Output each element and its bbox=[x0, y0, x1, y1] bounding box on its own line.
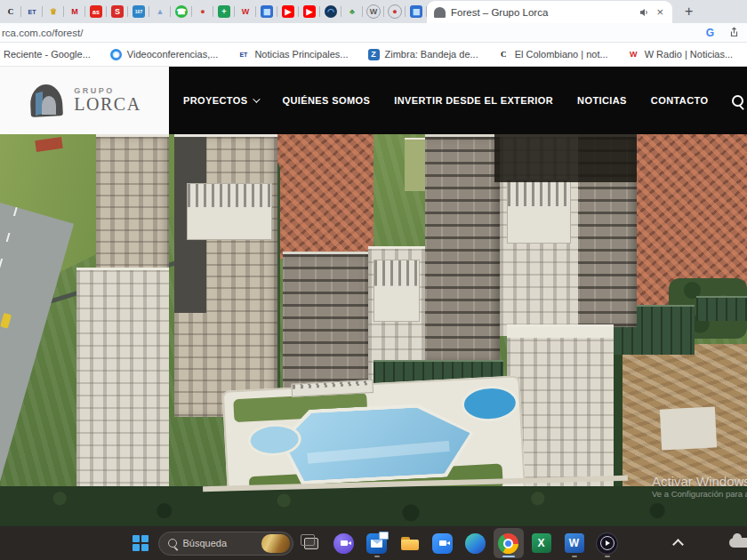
watermark-line2: Ve a Configuración para activar bbox=[652, 489, 747, 499]
pinned-tab-map-pin-site[interactable]: ● bbox=[192, 0, 213, 23]
pinned-tab-whatsapp[interactable]: ☎ bbox=[171, 0, 192, 23]
pinned-tab-el-tiempo[interactable]: ET bbox=[21, 0, 43, 23]
bookmark-label: Noticias Principales... bbox=[254, 49, 348, 60]
media-player-app[interactable] bbox=[592, 528, 622, 558]
edge-app[interactable] bbox=[461, 528, 491, 558]
nav-item-qui-nes-somos[interactable]: QUIÉNES SOMOS bbox=[282, 95, 370, 106]
white-shed bbox=[660, 406, 717, 450]
pinned-tab-diario-as[interactable]: as bbox=[85, 0, 107, 23]
cloud-icon[interactable] bbox=[729, 538, 747, 548]
bookmark-videoconferencias[interactable]: ◉Videoconferencias,... bbox=[110, 49, 219, 60]
search-highlight-image[interactable] bbox=[261, 534, 290, 553]
bookmark-reciente-google[interactable]: Reciente - Google... bbox=[4, 49, 91, 60]
address-bar[interactable]: rca.com.co/forest/ bbox=[2, 28, 83, 38]
bookmark-label: Zimbra: Bandeja de... bbox=[385, 49, 478, 60]
taskbar-search[interactable]: Búsqueda bbox=[158, 532, 293, 556]
nav-item-noticias[interactable]: NOTICIAS bbox=[577, 95, 627, 106]
pinned-tab-gold-crown-site[interactable]: ♛ bbox=[43, 0, 64, 23]
bookmarks-bar: Reciente - Google...◉Videoconferencias,.… bbox=[0, 43, 747, 67]
round-pool bbox=[461, 384, 519, 422]
el-colombiano-favicon: C bbox=[4, 5, 17, 18]
zoom-icon bbox=[432, 533, 453, 554]
bookmark-label: El Colombiano | not... bbox=[515, 49, 608, 60]
blue-mosaic-site-favicon: ▦ bbox=[261, 5, 273, 18]
pinned-tab-mountain-site[interactable]: ▲ bbox=[149, 0, 171, 23]
pinned-tab-navy-circle-site[interactable]: ◠ bbox=[320, 0, 341, 23]
pinned-tab-el-colombiano[interactable]: C bbox=[0, 0, 21, 23]
pinned-tab-youtube-1[interactable]: ▶ bbox=[277, 0, 299, 23]
tower-2 bbox=[283, 252, 370, 398]
pinned-tab-wordpress[interactable]: W bbox=[363, 0, 384, 23]
task-view-icon bbox=[304, 538, 318, 549]
chrome-app[interactable] bbox=[494, 528, 524, 558]
search-placeholder: Búsqueda bbox=[183, 538, 255, 548]
wordpress-favicon: W bbox=[366, 4, 381, 19]
green-plus-site-favicon: + bbox=[218, 5, 230, 18]
el-colombiano-bookmark-icon: C bbox=[498, 49, 510, 60]
toolbar-icons: G bbox=[706, 27, 740, 39]
nav-item-proyectos[interactable]: PROYECTOS bbox=[183, 95, 258, 106]
pinned-tab-dot-badge-site[interactable]: ● bbox=[384, 0, 406, 23]
word-app[interactable]: W bbox=[559, 528, 590, 558]
pinned-tab-w-radio[interactable]: W bbox=[235, 0, 256, 23]
file-explorer-app[interactable] bbox=[395, 528, 425, 558]
video-chat-icon bbox=[333, 533, 354, 554]
zoom-app[interactable] bbox=[428, 528, 458, 558]
bookmark-label: Reciente - Google... bbox=[4, 49, 91, 60]
nav-label: NOTICIAS bbox=[577, 95, 627, 106]
pinned-tab-red-s-site[interactable]: S bbox=[107, 0, 128, 23]
nav-label: QUIÉNES SOMOS bbox=[282, 95, 370, 106]
nav-item-contacto[interactable]: CONTACTO bbox=[651, 95, 709, 106]
pinned-tab-green-plus-site[interactable]: + bbox=[213, 0, 235, 23]
search-icon[interactable] bbox=[732, 95, 743, 107]
taskbar: Búsqueda X W bbox=[0, 526, 747, 560]
red-s-site-favicon: S bbox=[111, 5, 124, 18]
excel-app[interactable]: X bbox=[526, 528, 557, 558]
start-button[interactable] bbox=[125, 528, 156, 558]
active-tab[interactable]: Forest – Grupo Lorca × bbox=[427, 1, 672, 23]
google-icon[interactable]: G bbox=[706, 27, 714, 39]
pinned-tab-youtube-2[interactable]: ▶ bbox=[299, 0, 320, 23]
dot-badge-site-favicon: ● bbox=[388, 4, 402, 19]
tower-left-lower bbox=[76, 268, 169, 491]
green-plant-site-favicon: ♣ bbox=[346, 5, 358, 18]
nav-item-invertir-desde-el-exterior[interactable]: INVERTIR DESDE EL EXTERIOR bbox=[394, 95, 553, 106]
video-chat-app[interactable] bbox=[329, 528, 359, 558]
green-roof-far-right bbox=[696, 296, 747, 321]
bookmark-zimbra[interactable]: ZZimbra: Bandeja de... bbox=[368, 49, 478, 60]
tower-4-roofdeck bbox=[507, 180, 571, 244]
bookmark-el-colombiano[interactable]: CEl Colombiano | not... bbox=[498, 49, 608, 60]
pinned-tab-blue-mosaic-site-2[interactable]: ▦ bbox=[406, 0, 427, 23]
mail-app[interactable] bbox=[362, 528, 392, 558]
new-tab-button[interactable]: + bbox=[685, 4, 693, 20]
pinned-tab-blue-mosaic-site[interactable]: ▦ bbox=[256, 0, 277, 23]
folder-icon bbox=[401, 537, 419, 550]
header-icons: f bbox=[732, 94, 747, 108]
hero-image: Activar Windows Ve a Configuración para … bbox=[0, 134, 747, 527]
site-logo[interactable]: GRUPO LORCA bbox=[0, 67, 169, 134]
taxi bbox=[0, 313, 12, 329]
radio-107-favicon: 107 bbox=[133, 5, 145, 18]
w-radio-favicon: W bbox=[239, 5, 252, 18]
w-radio-bookmark-icon: W bbox=[628, 49, 639, 60]
bookmark-w-radio[interactable]: WW Radio | Noticias... bbox=[628, 49, 733, 60]
gold-crown-site-favicon: ♛ bbox=[47, 5, 60, 18]
blue-mosaic-site-2-favicon: ▦ bbox=[410, 5, 422, 18]
bookmark-el-tiempo-noticias[interactable]: ETNoticias Principales... bbox=[237, 49, 348, 60]
main-nav: PROYECTOSQUIÉNES SOMOSINVERTIR DESDE EL … bbox=[169, 67, 747, 134]
tower-left-upper bbox=[96, 134, 169, 276]
tab-audio-icon[interactable] bbox=[639, 7, 649, 18]
bookmark-label: Videoconferencias,... bbox=[127, 49, 219, 60]
media-player-icon bbox=[596, 532, 618, 555]
pinned-tab-green-plant-site[interactable]: ♣ bbox=[341, 0, 363, 23]
pinned-tab-radio-107[interactable]: 107 bbox=[128, 0, 149, 23]
task-view-button[interactable] bbox=[296, 528, 326, 558]
pinned-tab-marca[interactable]: M bbox=[64, 0, 85, 23]
chrome-icon bbox=[498, 533, 518, 554]
share-icon[interactable] bbox=[728, 27, 740, 38]
tab-close-icon[interactable]: × bbox=[655, 5, 665, 19]
excel-icon: X bbox=[532, 533, 551, 553]
youtube-2-favicon: ▶ bbox=[303, 5, 316, 18]
browser-toolbar: rca.com.co/forest/ G bbox=[0, 23, 747, 43]
hidden-icons-chevron[interactable] bbox=[672, 539, 684, 550]
